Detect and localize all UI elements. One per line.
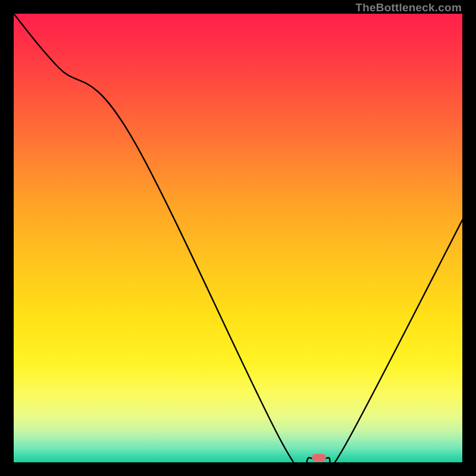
valley-marker — [312, 454, 326, 461]
bottleneck-curve — [14, 14, 462, 462]
plot-area — [14, 14, 462, 462]
watermark-text: TheBottleneck.com — [355, 1, 462, 14]
chart-frame: TheBottleneck.com — [0, 0, 476, 476]
